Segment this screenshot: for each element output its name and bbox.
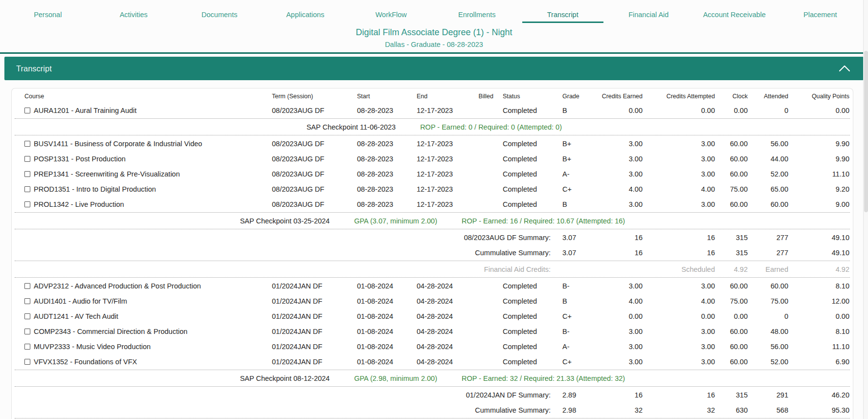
course-cell: PREP1341 - Screenwriting & Pre-Visualiza… <box>24 170 264 178</box>
end-cell: 12-17-2023 <box>413 155 474 163</box>
quality-points-cell: 0.00 <box>788 107 849 114</box>
table-header-row: CourseTerm (Session)StartEndBilledStatus… <box>12 89 853 103</box>
attended-cell: 0 <box>748 107 788 114</box>
clock-cell: 0.00 <box>715 312 748 320</box>
quality-points-cell: 8.10 <box>788 282 849 290</box>
summary-clock: 315 <box>715 234 748 242</box>
clock-cell: 60.00 <box>715 200 748 208</box>
course-name: BUSV1411 - Business of Corporate & Indus… <box>34 140 202 148</box>
course-checkbox[interactable] <box>24 186 30 192</box>
end-cell: 04-28-2024 <box>413 297 474 305</box>
end-cell: 12-17-2023 <box>413 185 474 193</box>
course-name: ADVP2312 - Advanced Production & Post Pr… <box>34 282 201 290</box>
course-row: PROL1342 - Live Production08/2023AUG DF0… <box>12 197 853 212</box>
course-cell: PROD1351 - Intro to Digital Production <box>24 185 264 193</box>
scheduled-label: Scheduled <box>643 265 715 273</box>
sap-gpa-text: GPA (2.98, minimum 2.00) <box>354 375 437 382</box>
course-row: POSP1331 - Post Production08/2023AUG DF0… <box>12 151 853 166</box>
table-body: AURA1201 - Aural Training Audit08/2023AU… <box>12 103 853 419</box>
tab-applications[interactable]: Applications <box>263 11 349 23</box>
start-cell: 01-08-2024 <box>355 358 413 366</box>
course-checkbox[interactable] <box>24 171 30 177</box>
summary-row: Cummulative Summary:3.07161631527749.10 <box>12 245 853 260</box>
tab-transcript[interactable]: Transcript <box>520 11 606 23</box>
end-cell: 04-28-2024 <box>413 282 474 290</box>
start-cell: 01-08-2024 <box>355 282 413 290</box>
clock-cell: 60.00 <box>715 140 748 148</box>
start-cell: 08-28-2023 <box>355 185 413 193</box>
course-checkbox[interactable] <box>24 108 30 113</box>
summary-gpa: 3.07 <box>551 249 587 257</box>
sap-checkpoint-row: SAP Checkpoint 03-25-2024GPA (3.07, mini… <box>12 213 853 228</box>
tab-account-receivable[interactable]: Account Receivable <box>691 11 778 23</box>
collapse-panel-button[interactable] <box>838 64 851 73</box>
term-cell: 01/2024JAN DF <box>264 297 355 305</box>
tab-documents[interactable]: Documents <box>177 11 263 23</box>
credits-earned-cell: 4.00 <box>587 297 643 305</box>
scrollbar-thumb[interactable] <box>864 51 868 212</box>
status-cell: Completed <box>493 328 551 335</box>
transcript-panel-bar: Transcript <box>4 57 864 80</box>
summary-row: 01/2024JAN DF Summary:2.89161631529146.2… <box>12 387 853 402</box>
status-cell: Completed <box>493 312 551 320</box>
sap-checkpoint-label: SAP Checkpoint 03-25-2024 <box>24 217 330 225</box>
course-checkbox[interactable] <box>24 298 30 304</box>
credits-attempted-cell: 4.00 <box>643 297 715 305</box>
credits-earned-cell: 3.00 <box>587 170 643 178</box>
course-checkbox[interactable] <box>24 344 30 350</box>
course-cell: AUDI1401 - Audio for TV/Film <box>24 297 264 305</box>
credits-attempted-cell: 3.00 <box>643 170 715 178</box>
course-checkbox[interactable] <box>24 141 30 147</box>
status-cell: Completed <box>493 297 551 305</box>
end-cell: 04-28-2024 <box>413 328 474 335</box>
scheduled-value: 4.92 <box>715 265 748 273</box>
course-checkbox[interactable] <box>24 329 30 334</box>
grade-cell: B+ <box>551 155 587 163</box>
course-checkbox[interactable] <box>24 313 30 319</box>
summary-label: 08/2023AUG DF Summary: <box>24 234 551 242</box>
term-cell: 01/2024JAN DF <box>264 343 355 351</box>
grade-cell: B- <box>551 328 587 335</box>
course-checkbox[interactable] <box>24 156 30 162</box>
tab-workflow[interactable]: WorkFlow <box>348 11 434 23</box>
credits-attempted-cell: 3.00 <box>643 343 715 351</box>
credits-attempted-cell: 3.00 <box>643 282 715 290</box>
course-row: COMP2343 - Commercial Direction & Produc… <box>12 324 853 339</box>
tab-personal[interactable]: Personal <box>5 11 91 23</box>
status-cell: Completed <box>493 282 551 290</box>
course-cell: COMP2343 - Commercial Direction & Produc… <box>24 328 264 335</box>
tab-placement[interactable]: Placement <box>778 11 864 23</box>
course-name: POSP1331 - Post Production <box>34 155 126 163</box>
credits-earned-cell: 3.00 <box>587 343 643 351</box>
grade-cell: C+ <box>551 312 587 320</box>
sap-rop-text: ROP - Earned: 32 / Required: 21.33 (Atte… <box>462 375 625 382</box>
vertical-scrollbar[interactable] <box>863 0 868 419</box>
column-header: Attended <box>748 93 788 100</box>
column-header: Quality Points <box>788 93 849 100</box>
attended-cell: 48.00 <box>748 328 788 335</box>
summary-quality-points: 95.30 <box>788 406 849 414</box>
page-subtitle: Dallas - Graduate - 08-28-2023 <box>0 41 868 48</box>
tab-financial-aid[interactable]: Financial Aid <box>606 11 692 23</box>
course-name: AURA1201 - Aural Training Audit <box>34 107 136 114</box>
tab-activities[interactable]: Activities <box>91 11 177 23</box>
attended-cell: 56.00 <box>748 140 788 148</box>
attended-cell: 60.00 <box>748 200 788 208</box>
summary-attended: 277 <box>748 234 788 242</box>
course-checkbox[interactable] <box>24 283 30 289</box>
course-row: PREP1341 - Screenwriting & Pre-Visualiza… <box>12 166 853 181</box>
tab-enrollments[interactable]: Enrollments <box>434 11 520 23</box>
course-checkbox[interactable] <box>24 201 30 207</box>
summary-credits-attempted: 32 <box>643 406 715 414</box>
column-header: Course <box>24 93 264 100</box>
earned-label: Earned <box>748 265 788 273</box>
attended-cell: 60.00 <box>748 282 788 290</box>
attended-cell: 56.00 <box>748 343 788 351</box>
credits-earned-cell: 0.00 <box>587 312 643 320</box>
clock-cell: 60.00 <box>715 328 748 335</box>
course-name: PROD1351 - Intro to Digital Production <box>34 185 156 193</box>
clock-cell: 60.00 <box>715 358 748 366</box>
course-cell: AUDT1241 - AV Tech Audit <box>24 312 264 320</box>
course-cell: PROL1342 - Live Production <box>24 200 264 208</box>
course-checkbox[interactable] <box>24 359 30 365</box>
